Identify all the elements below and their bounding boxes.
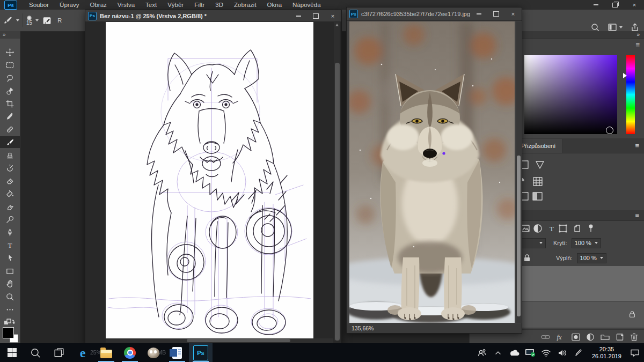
tool-rectangle-shape[interactable]: [0, 265, 20, 277]
app-minimize-button[interactable]: [586, 0, 605, 10]
tool-crop[interactable]: [0, 98, 20, 109]
tool-eraser[interactable]: [0, 175, 20, 187]
vertical-scroll-thumb[interactable]: [335, 63, 340, 341]
taskbar-word[interactable]: [165, 343, 189, 362]
background-lock-icon[interactable]: [628, 311, 636, 318]
doc-maximize-button[interactable]: [307, 10, 324, 21]
photoshop-app-icon[interactable]: Ps: [4, 1, 17, 10]
delete-layer-icon[interactable]: [630, 333, 638, 341]
menu-soubor[interactable]: Soubor: [24, 2, 54, 8]
taskbar-photoshop-active[interactable]: Ps: [189, 343, 213, 362]
tool-clone-stamp[interactable]: [0, 149, 20, 161]
color-picker-ring[interactable]: [606, 127, 613, 134]
tool-rectangular-marquee[interactable]: [0, 59, 20, 71]
doc-close-button[interactable]: ×: [324, 10, 341, 21]
taskbar-gimp[interactable]: [142, 343, 165, 362]
menu-okna[interactable]: Okna: [262, 2, 288, 8]
app-close-button[interactable]: ×: [625, 0, 644, 10]
tray-expand-chevron[interactable]: [491, 343, 505, 362]
menu-vyber[interactable]: Výběr: [162, 2, 189, 8]
brush-size-picker[interactable]: 15: [26, 16, 32, 26]
tool-brush-selected[interactable]: [0, 136, 20, 148]
tool-history-brush[interactable]: [0, 162, 20, 174]
people-icon[interactable]: [475, 343, 489, 362]
panel-collapse-strip[interactable]: »: [519, 31, 644, 39]
adjustments-panel-menu-icon[interactable]: ≡: [635, 143, 644, 149]
tool-hand[interactable]: [0, 278, 20, 290]
menu-obraz[interactable]: Obraz: [85, 2, 112, 8]
photo-scroll-thumb[interactable]: [517, 156, 521, 316]
tool-paint-bucket[interactable]: [0, 188, 20, 200]
doc-maximize-button[interactable]: [487, 9, 504, 20]
pen-icon[interactable]: [572, 343, 586, 362]
display-status-icon[interactable]: [523, 343, 537, 362]
scroll-up-arrow[interactable]: [335, 24, 339, 26]
menu-vrstva[interactable]: Vrstva: [112, 2, 140, 8]
sketch-vertical-scrollbar[interactable]: [334, 22, 340, 341]
tool-lasso[interactable]: [0, 72, 20, 84]
volume-icon[interactable]: [555, 343, 569, 362]
horizontal-scroll-thumb[interactable]: [187, 339, 290, 342]
add-mask-icon[interactable]: [572, 333, 580, 341]
app-restore-button[interactable]: [605, 0, 625, 10]
menu-text[interactable]: Text: [140, 2, 162, 8]
tool-path-selection[interactable]: [0, 252, 20, 264]
tool-move[interactable]: [0, 46, 20, 58]
sketch-window-titlebar[interactable]: Ps Bez názvu-1 @ 25% (Vrstva 2,RGB/8) * …: [85, 10, 341, 22]
new-adjustment-layer-icon[interactable]: [586, 333, 595, 341]
taskbar-file-explorer[interactable]: [94, 343, 118, 362]
workspace-chevron[interactable]: [619, 26, 623, 28]
brush-size-chevron[interactable]: [35, 19, 39, 21]
action-center-icon[interactable]: [628, 343, 642, 362]
link-layers-icon[interactable]: [541, 333, 550, 341]
menu-zobrazit[interactable]: Zobrazit: [229, 2, 262, 8]
doc-minimize-button[interactable]: [470, 9, 487, 20]
edit-toolbar-ellipsis[interactable]: [0, 304, 20, 315]
lock-icon[interactable]: [523, 254, 531, 262]
toolbar-collapse[interactable]: »: [0, 31, 20, 39]
tool-quick-selection[interactable]: [0, 85, 20, 97]
opacity-value[interactable]: 100 %: [572, 238, 601, 248]
taskbar-chrome[interactable]: [118, 343, 142, 362]
brush-preset-chevron[interactable]: [16, 19, 19, 21]
wolf-reference-photo[interactable]: [349, 21, 515, 323]
brush-panel-toggle-icon[interactable]: [42, 16, 52, 26]
menu-napoveda[interactable]: Nápověda: [287, 2, 326, 8]
doc-close-button[interactable]: ×: [504, 9, 522, 20]
brush-preset-icon[interactable]: [2, 15, 13, 26]
menu-3d[interactable]: 3D: [210, 2, 229, 8]
tool-smudge[interactable]: [0, 201, 20, 212]
photo-vertical-scrollbar[interactable]: [516, 21, 521, 323]
fill-value[interactable]: 100 %: [577, 253, 606, 263]
color-saturation-field[interactable]: [524, 55, 617, 134]
onedrive-icon[interactable]: [507, 343, 521, 362]
tool-eyedropper[interactable]: [0, 110, 20, 122]
doc-minimize-button[interactable]: [290, 10, 307, 21]
color-panel-menu-icon[interactable]: ≡: [635, 42, 640, 48]
foreground-color-swatch[interactable]: [3, 327, 14, 338]
photo-zoom-level[interactable]: 135,66%: [352, 325, 374, 331]
menu-filtr[interactable]: Filtr: [189, 2, 210, 8]
photo-window-titlebar[interactable]: Ps c3f727f626c93535be27f7de72ee1719.jpg.…: [347, 8, 522, 21]
task-view-button[interactable]: [47, 343, 71, 362]
tool-healing-brush[interactable]: [0, 123, 20, 135]
layer-filter-icons[interactable]: T: [521, 224, 602, 233]
wifi-icon[interactable]: [539, 343, 553, 362]
sketch-horizontal-scrollbar[interactable]: [106, 338, 333, 343]
sketch-canvas[interactable]: [106, 22, 313, 340]
tool-zoom[interactable]: [0, 291, 20, 302]
new-group-icon[interactable]: [601, 333, 610, 341]
taskbar-edge[interactable]: e: [71, 343, 94, 362]
menu-upravy[interactable]: Úpravy: [54, 2, 84, 8]
start-button[interactable]: [0, 343, 24, 362]
hue-slider-pointer[interactable]: [623, 73, 627, 78]
tool-dodge[interactable]: [0, 213, 20, 225]
layer-style-fx-icon[interactable]: fx: [556, 333, 566, 341]
layers-panel-menu-icon[interactable]: ≡: [635, 212, 644, 219]
taskbar-search-button[interactable]: [24, 343, 47, 362]
hue-slider[interactable]: [626, 55, 635, 134]
tool-type[interactable]: T: [0, 239, 20, 251]
taskbar-clock[interactable]: 20:35 26.01.2019: [588, 346, 626, 360]
tool-pen[interactable]: [0, 226, 20, 238]
new-layer-icon[interactable]: [616, 333, 624, 341]
